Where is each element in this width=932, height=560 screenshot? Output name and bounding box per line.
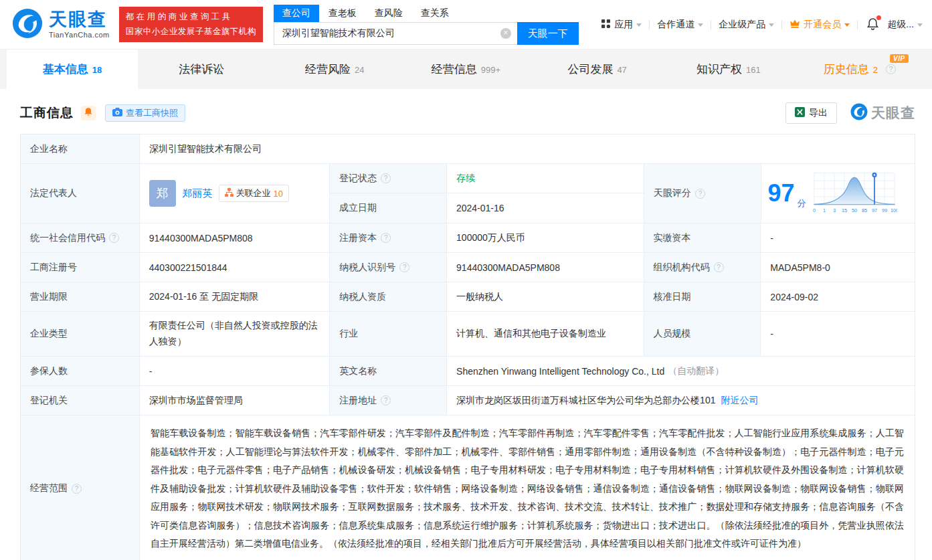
row-reg-number: 工商注册号 440300221501844 纳税人识别号 91440300MAD…: [21, 253, 915, 282]
english-name-cell: Shenzhen Yinwang Intelligent Technology …: [447, 357, 915, 385]
orange-bell-icon: [84, 107, 93, 119]
export-button-label: 导出: [809, 107, 828, 119]
tianyancha-swirl-icon: [850, 103, 868, 123]
nav-vip-membership[interactable]: 开通会员: [789, 19, 850, 31]
nav-cooperation[interactable]: 合作通道: [657, 19, 703, 31]
chevron-down-icon: [636, 23, 642, 27]
help-icon[interactable]: [714, 262, 724, 272]
search-button[interactable]: 天眼一下: [517, 22, 579, 45]
score-unit: 分: [798, 197, 806, 209]
legal-rep-cell: 郑 郑丽英 关联企业 10: [140, 164, 330, 223]
field-label: 注册资本: [330, 223, 447, 252]
slogan-banner: 都在用的商业查询工具 国家中小企业发展子基金旗下机构: [119, 7, 263, 43]
top-header: 天眼查 TianYanCha.com 都在用的商业查询工具 国家中小企业发展子基…: [0, 0, 932, 49]
divider: [711, 20, 711, 29]
section-head-right: 导出 天眼查: [785, 102, 915, 124]
help-icon[interactable]: [886, 64, 896, 74]
org-code-value: MADA5PM8-0: [761, 253, 915, 282]
status-subgrid: 登记状态 存续 成立日期 2024-01-16: [330, 164, 644, 223]
nav-enterprise-products[interactable]: 企业级产品: [719, 19, 774, 31]
related-companies-badge[interactable]: 关联企业 10: [219, 185, 289, 202]
approval-date-value: 2024-09-02: [761, 282, 915, 311]
chevron-down-icon: [844, 23, 850, 27]
field-label: 人员规模: [644, 312, 761, 356]
label-text: 纳税人识别号: [339, 262, 395, 274]
snapshot-button[interactable]: 查看工商快照: [105, 104, 185, 122]
excel-icon: [795, 107, 805, 119]
divider: [649, 20, 650, 29]
tab-label: 公司发展: [567, 62, 613, 77]
help-icon[interactable]: [381, 233, 391, 243]
search-tab-boss[interactable]: 查老板: [329, 5, 357, 22]
field-label: 天眼评分: [644, 164, 761, 223]
tab-intellectual-property[interactable]: 知识产权 161: [663, 50, 794, 89]
nav-apps[interactable]: 应用: [601, 19, 642, 31]
help-icon[interactable]: [72, 484, 82, 494]
search-input[interactable]: [274, 23, 517, 44]
field-label: 法定代表人: [21, 164, 140, 223]
label-text: 统一社会信用代码: [30, 232, 105, 244]
company-type-value: 有限责任公司（非自然人投资或控股的法人独资）: [140, 312, 331, 356]
nav-account[interactable]: 超级...: [887, 19, 923, 31]
related-companies-label: 关联企业: [236, 187, 271, 199]
field-label: 核准日期: [644, 282, 761, 311]
section-title: 工商信息: [20, 104, 74, 122]
business-info-table: 企业名称 深圳引望智能技术有限公司 法定代表人 郑 郑丽英 关联企业 10 登记…: [20, 134, 915, 560]
tab-basic-info[interactable]: 基本信息 18: [7, 50, 138, 89]
monitor-bell-button[interactable]: [81, 106, 96, 120]
tab-count: 47: [617, 65, 626, 75]
search-tab-company[interactable]: 查公司: [274, 5, 319, 22]
field-label: 成立日期: [330, 193, 447, 223]
org-chart-icon: [225, 188, 234, 199]
field-label: 行业: [330, 312, 447, 356]
auto-translate-note: （自动翻译）: [668, 365, 724, 377]
clear-icon[interactable]: [500, 28, 511, 39]
tab-label: 知识产权: [696, 62, 742, 77]
vip-badge: VIP: [890, 54, 909, 63]
tab-business-info[interactable]: 经营信息 999+: [400, 50, 531, 89]
field-label: 企业名称: [21, 134, 140, 163]
nav-apps-label: 应用: [614, 19, 633, 31]
label-text: 经营范围: [30, 482, 68, 494]
search-tab-relation[interactable]: 查关系: [421, 5, 449, 22]
help-icon[interactable]: [109, 233, 119, 243]
tianyancha-swirl-icon: [12, 8, 43, 41]
reg-address-cell: 深圳市龙岗区坂田街道万科城社区华为公司华为总部办公楼101 附近公司: [447, 386, 915, 415]
help-icon[interactable]: [381, 173, 391, 183]
field-label: 企业类型: [21, 312, 140, 356]
reg-address-value: 深圳市龙岗区坂田街道万科城社区华为公司华为总部办公楼101: [456, 395, 715, 407]
tab-company-development[interactable]: 公司发展 47: [532, 50, 663, 89]
notifications-bell[interactable]: [866, 17, 879, 32]
export-button[interactable]: 导出: [785, 102, 837, 124]
staff-size-value: -: [761, 312, 915, 356]
crown-icon: [789, 19, 800, 31]
chevron-down-icon: [769, 23, 774, 27]
tab-count: 2: [873, 65, 878, 75]
field-label: 登记机关: [21, 386, 140, 415]
label-text: 注册资本: [339, 232, 377, 244]
tab-label: 经营风险: [305, 62, 351, 77]
search-tabs: 查公司 查老板 查风险 查关系: [274, 4, 579, 22]
tab-legal-proceedings[interactable]: 法律诉讼: [138, 50, 269, 89]
snapshot-button-label: 查看工商快照: [126, 107, 178, 119]
label-text: 天眼评分: [654, 187, 691, 199]
tab-history-info[interactable]: VIP 历史信息 2: [794, 50, 925, 89]
help-icon[interactable]: [695, 189, 705, 199]
help-icon[interactable]: [399, 262, 409, 272]
search-tab-risk[interactable]: 查风险: [375, 5, 403, 22]
legal-rep-name-link[interactable]: 郑丽英: [183, 187, 213, 200]
reg-capital-value: 100000万人民币: [447, 223, 644, 252]
tab-operation-risk[interactable]: 经营风险 24: [269, 50, 400, 89]
chevron-down-icon: [917, 23, 923, 27]
tianyancha-logo[interactable]: 天眼查 TianYanCha.com: [12, 8, 110, 41]
svg-text:100: 100: [891, 207, 897, 213]
row-company-type: 企业类型 有限责任公司（非自然人投资或控股的法人独资） 行业 计算机、通信和其他…: [21, 312, 915, 357]
business-scope-value: 智能车载设备制造；智能车载设备销售；汽车零部件研发；汽车零部件及配件制造；汽车零…: [140, 415, 915, 560]
row-english-name: 参保人数 - 英文名称 Shenzhen Yinwang Intelligent…: [21, 357, 915, 386]
avatar[interactable]: 郑: [149, 180, 176, 207]
nearby-companies-link[interactable]: 附近公司: [721, 395, 758, 407]
help-icon[interactable]: [381, 395, 391, 405]
row-business-term: 营业期限 2024-01-16 至 无固定期限 纳税人资质 一般纳税人 核准日期…: [21, 282, 915, 312]
divider: [781, 20, 782, 29]
field-label: 参保人数: [21, 357, 140, 385]
